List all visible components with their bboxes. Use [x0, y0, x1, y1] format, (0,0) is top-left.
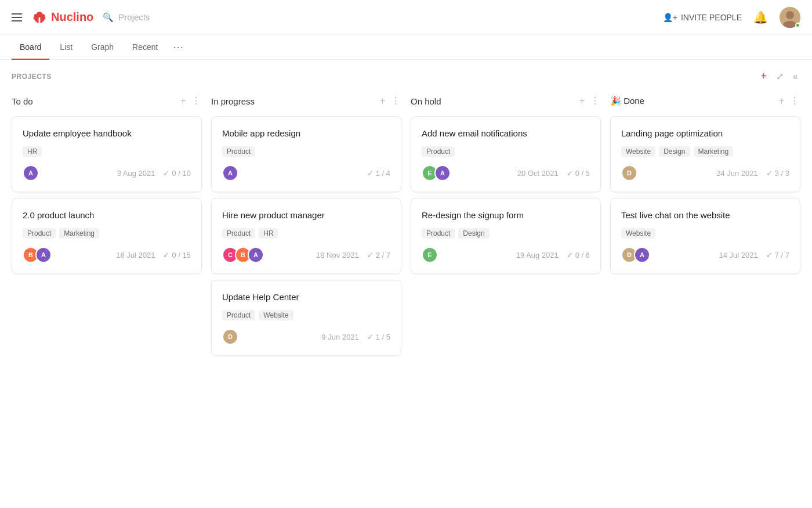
tag-product: Product: [222, 146, 255, 157]
card-footer: B A 16 Jul 2021 ✓ 0 / 15: [23, 247, 191, 263]
tag-design: Design: [458, 228, 489, 239]
card-date: 14 Jul 2021: [719, 251, 757, 260]
tag-product: Product: [222, 310, 255, 320]
card-check-count: ✓ 3 / 3: [766, 169, 789, 178]
avatar: A: [23, 165, 39, 181]
search-bar[interactable]: 🔍 Projects: [103, 12, 150, 23]
check-icon: ✓: [163, 169, 169, 178]
card-tags: HR: [23, 146, 191, 157]
search-icon: 🔍: [103, 12, 114, 23]
card-update-help-center[interactable]: Update Help Center Product Website D 9 J…: [211, 280, 401, 356]
column-done-more-button[interactable]: ⋮: [789, 95, 800, 107]
notification-bell-icon[interactable]: 🔔: [753, 10, 768, 24]
card-update-employee-handbook[interactable]: Update employee handbook HR A 3 Aug 2021…: [12, 116, 202, 192]
card-check-count: ✓ 0 / 15: [163, 251, 191, 260]
card-meta: 19 Aug 2021 ✓ 0 / 6: [516, 251, 590, 260]
column-done-title: 🎉 Done: [610, 96, 644, 106]
card-avatars: E A: [422, 165, 451, 181]
column-todo-add-button[interactable]: +: [179, 95, 187, 107]
board-actions: + ⤢ «: [759, 69, 800, 84]
check-icon: ✓: [766, 169, 773, 178]
card-product-launch[interactable]: 2.0 product launch Product Marketing B A…: [12, 198, 202, 274]
tab-graph[interactable]: Graph: [83, 35, 122, 60]
card-tags: Product Website: [222, 310, 390, 320]
card-tags: Product Marketing: [23, 228, 191, 239]
tag-website: Website: [259, 310, 293, 320]
tag-marketing: Marketing: [694, 146, 734, 157]
tab-more-icon[interactable]: ⋯: [168, 36, 188, 58]
card-tags: Product Design: [422, 228, 590, 239]
card-footer: A 3 Aug 2021 ✓ 0 / 10: [23, 165, 191, 181]
check-icon: ✓: [163, 251, 169, 260]
tab-board[interactable]: Board: [12, 35, 49, 60]
card-meta: 24 Jun 2021 ✓ 3 / 3: [716, 169, 789, 178]
collapse-board-button[interactable]: «: [791, 70, 800, 83]
tab-list[interactable]: List: [52, 35, 81, 60]
card-signup-form[interactable]: Re-design the signup form Product Design…: [411, 198, 601, 274]
online-status-dot: [795, 23, 800, 28]
avatar: D: [621, 165, 637, 181]
card-title: Update Help Center: [222, 291, 390, 303]
card-check-count: ✓ 7 / 7: [766, 251, 789, 260]
card-title: Re-design the signup form: [422, 209, 590, 221]
card-meta: 9 Jun 2021 ✓ 1 / 5: [321, 333, 390, 341]
column-todo-more-button[interactable]: ⋮: [190, 95, 202, 107]
header-left: Nuclino 🔍 Projects: [12, 10, 663, 24]
card-meta: 16 Jul 2021 ✓ 0 / 15: [116, 251, 191, 260]
tag-hr: HR: [23, 146, 42, 157]
card-check-count: ✓ 1 / 4: [367, 169, 390, 178]
add-column-button[interactable]: +: [759, 69, 770, 84]
card-tags: Product: [222, 146, 390, 157]
column-onhold-more-button[interactable]: ⋮: [589, 95, 601, 107]
card-meta: 18 Nov 2021 ✓ 2 / 7: [316, 251, 390, 260]
card-date: 3 Aug 2021: [117, 169, 155, 178]
avatar: E: [422, 247, 438, 263]
tag-marketing: Marketing: [59, 228, 99, 239]
avatar: A: [222, 165, 238, 181]
header: Nuclino 🔍 Projects 👤+ INVITE PEOPLE 🔔: [0, 0, 812, 35]
column-done-add-button[interactable]: +: [778, 95, 785, 107]
column-onhold-add-button[interactable]: +: [578, 95, 586, 107]
card-email-notifications[interactable]: Add new email notifications Product E A …: [411, 116, 601, 192]
card-footer: A ✓ 1 / 4: [222, 165, 390, 181]
card-hire-product-manager[interactable]: Hire new product manager Product HR C B …: [211, 198, 401, 274]
check-icon: ✓: [367, 333, 374, 341]
tab-recent[interactable]: Recent: [124, 35, 166, 60]
column-inprogress-more-button[interactable]: ⋮: [390, 95, 401, 107]
column-todo-title: To do: [12, 96, 33, 106]
card-check-count: ✓ 0 / 10: [163, 169, 191, 178]
card-title: Add new email notifications: [422, 127, 590, 139]
user-avatar-wrapper[interactable]: [780, 7, 800, 28]
card-check-count: ✓ 0 / 5: [567, 169, 590, 178]
card-tags: Product: [422, 146, 590, 157]
board-header: PROJECTS + ⤢ «: [12, 69, 800, 84]
invite-label: INVITE PEOPLE: [681, 13, 742, 22]
check-icon: ✓: [567, 169, 573, 178]
card-title: Test live chat on the website: [621, 209, 789, 221]
card-avatars: B A: [23, 247, 52, 263]
expand-board-button[interactable]: ⤢: [774, 70, 786, 83]
column-todo-header: To do + ⋮: [12, 93, 202, 109]
tag-product: Product: [222, 228, 255, 239]
check-icon: ✓: [766, 251, 773, 260]
column-inprogress-add-button[interactable]: +: [379, 95, 386, 107]
column-onhold-title: On hold: [411, 96, 441, 106]
tag-design: Design: [659, 146, 690, 157]
menu-icon[interactable]: [12, 13, 22, 21]
card-date: 24 Jun 2021: [716, 169, 758, 178]
column-inprogress-title: In progress: [211, 96, 255, 106]
card-live-chat[interactable]: Test live chat on the website Website D …: [610, 198, 800, 274]
header-right: 👤+ INVITE PEOPLE 🔔: [663, 7, 800, 28]
logo[interactable]: Nuclino: [31, 10, 93, 24]
card-avatars: E: [422, 247, 438, 263]
card-date: 20 Oct 2021: [517, 169, 559, 178]
card-mobile-redesign[interactable]: Mobile app redesign Product A ✓ 1 / 4: [211, 116, 401, 192]
column-onhold-header: On hold + ⋮: [411, 93, 601, 109]
card-meta: 14 Jul 2021 ✓ 7 / 7: [719, 251, 789, 260]
card-footer: E A 20 Oct 2021 ✓ 0 / 5: [422, 165, 590, 181]
card-landing-page[interactable]: Landing page optimization Website Design…: [610, 116, 800, 192]
check-icon: ✓: [567, 251, 573, 260]
invite-people-button[interactable]: 👤+ INVITE PEOPLE: [663, 13, 742, 22]
card-tags: Product HR: [222, 228, 390, 239]
avatar: D: [222, 329, 238, 345]
